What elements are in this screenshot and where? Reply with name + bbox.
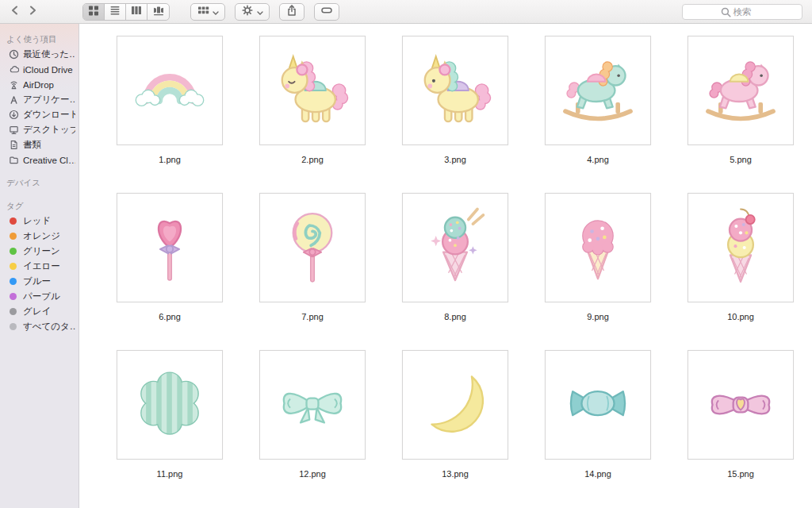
sidebar-item-documents[interactable]: 書類 bbox=[0, 137, 79, 152]
file-thumbnail-rocking-horse-pink[interactable] bbox=[688, 36, 794, 145]
sidebar-tag-item[interactable]: オレンジ bbox=[0, 229, 79, 244]
view-switcher bbox=[82, 3, 170, 21]
file-name[interactable]: 2.png bbox=[301, 155, 324, 164]
column-view-button[interactable] bbox=[126, 4, 147, 20]
file-thumbnail-striped-flower[interactable] bbox=[117, 350, 223, 460]
sidebar-item-label: レッド bbox=[23, 215, 51, 227]
icon-view-button[interactable] bbox=[83, 4, 105, 20]
file-item[interactable]: 8.png bbox=[384, 193, 527, 350]
sidebar-item-label: AirDrop bbox=[23, 80, 54, 90]
sidebar-tag-item[interactable]: ブルー bbox=[0, 274, 79, 289]
file-name[interactable]: 6.png bbox=[159, 312, 181, 321]
tag-icon bbox=[320, 4, 333, 19]
sidebar-tag-item[interactable]: レッド bbox=[0, 214, 79, 229]
sidebar-section-title: よく使う項目 bbox=[0, 30, 79, 47]
file-name[interactable]: 14.png bbox=[584, 469, 611, 479]
file-name[interactable]: 3.png bbox=[444, 155, 466, 164]
sidebar-section-title: デバイス bbox=[0, 174, 79, 190]
sidebar-tag-item[interactable]: グレイ bbox=[0, 304, 79, 319]
sidebar-item-icloud[interactable]: iCloud Drive bbox=[0, 62, 79, 77]
file-thumbnail-rainbow[interactable] bbox=[117, 36, 223, 145]
tag-color-dot-icon bbox=[10, 278, 17, 285]
file-name[interactable]: 15.png bbox=[727, 469, 754, 479]
sidebar-item-applications[interactable]: アプリケー… bbox=[0, 92, 79, 107]
file-item[interactable]: 3.png bbox=[384, 36, 527, 193]
sidebar-item-downloads[interactable]: ダウンロード bbox=[0, 107, 79, 122]
file-name[interactable]: 7.png bbox=[301, 312, 324, 321]
sidebar-tag-item[interactable]: すべてのタ… bbox=[0, 319, 79, 334]
coverflow-view-icon bbox=[152, 4, 165, 19]
file-name[interactable]: 13.png bbox=[442, 469, 469, 479]
file-item[interactable]: 6.png bbox=[98, 193, 241, 350]
file-name[interactable]: 12.png bbox=[299, 469, 326, 479]
applications-icon bbox=[8, 94, 19, 106]
caret-down-icon bbox=[257, 6, 263, 17]
file-thumbnail-icecream-double[interactable] bbox=[402, 193, 508, 302]
file-item[interactable]: 13.png bbox=[384, 350, 527, 507]
chevron-right-icon bbox=[26, 4, 39, 19]
file-thumbnail-icecream-pink[interactable] bbox=[545, 193, 651, 302]
coverflow-view-button[interactable] bbox=[147, 4, 169, 20]
file-item[interactable]: 5.png bbox=[669, 36, 812, 193]
sidebar-tag-item[interactable]: イエロー bbox=[0, 259, 79, 274]
sidebar-item-label: 最近使った… bbox=[23, 48, 75, 60]
downloads-icon bbox=[8, 110, 19, 121]
file-item[interactable]: 14.png bbox=[527, 350, 669, 507]
tag-color-dot-icon bbox=[10, 263, 17, 270]
sidebar-item-folder[interactable]: Creative Cl… bbox=[0, 152, 79, 167]
sidebar-item-label: ダウンロード bbox=[23, 109, 75, 121]
sidebar-tag-item[interactable]: グリーン bbox=[0, 244, 79, 259]
share-icon bbox=[285, 4, 298, 19]
tag-color-dot-icon bbox=[10, 308, 17, 315]
action-menu-button[interactable] bbox=[235, 3, 270, 21]
back-button[interactable] bbox=[6, 3, 24, 21]
file-thumbnail-unicorn-teal[interactable] bbox=[402, 36, 508, 145]
file-item[interactable]: 12.png bbox=[241, 350, 384, 507]
sidebar-item-label: Creative Cl… bbox=[23, 156, 75, 165]
group-button[interactable] bbox=[190, 3, 225, 21]
tag-color-dot-icon bbox=[10, 323, 17, 330]
sidebar-item-label: グリーン bbox=[23, 245, 60, 257]
search-field[interactable] bbox=[682, 4, 802, 20]
forward-button[interactable] bbox=[24, 3, 41, 21]
tag-color-dot-icon bbox=[10, 233, 17, 240]
file-name[interactable]: 8.png bbox=[444, 312, 466, 321]
file-item[interactable]: 10.png bbox=[669, 193, 812, 350]
share-button[interactable] bbox=[279, 3, 304, 21]
search-input[interactable] bbox=[683, 5, 802, 19]
file-thumbnail-heart-lollipop[interactable] bbox=[117, 193, 223, 302]
sidebar-item-label: イエロー bbox=[23, 260, 60, 272]
file-item[interactable]: 4.png bbox=[527, 36, 669, 193]
sidebar-tag-item[interactable]: パープル bbox=[0, 289, 79, 304]
file-item[interactable]: 1.png bbox=[98, 36, 241, 193]
file-item[interactable]: 7.png bbox=[241, 193, 384, 350]
file-item[interactable]: 9.png bbox=[527, 193, 669, 350]
file-thumbnail-candy[interactable] bbox=[545, 350, 651, 460]
file-name[interactable]: 1.png bbox=[159, 155, 181, 164]
file-thumbnail-moon[interactable] bbox=[402, 350, 508, 460]
file-thumbnail-bow-pink[interactable] bbox=[688, 350, 794, 460]
window-body: よく使う項目最近使った…iCloud DriveAirDropアプリケー…ダウン… bbox=[0, 24, 812, 508]
sidebar-item-airdrop[interactable]: AirDrop bbox=[0, 77, 79, 92]
list-view-button[interactable] bbox=[105, 4, 126, 20]
sidebar-item-desktop[interactable]: デスクトップ bbox=[0, 122, 79, 137]
file-item[interactable]: 15.png bbox=[669, 350, 812, 507]
caret-down-icon bbox=[213, 6, 219, 17]
file-thumbnail-unicorn-pink[interactable] bbox=[259, 36, 366, 145]
tag-button[interactable] bbox=[314, 3, 339, 21]
file-thumbnail-rocking-horse-teal[interactable] bbox=[545, 36, 651, 145]
file-name[interactable]: 11.png bbox=[157, 469, 183, 479]
file-item[interactable]: 11.png bbox=[98, 350, 241, 507]
file-thumbnail-swirl-lollipop[interactable] bbox=[259, 193, 366, 302]
file-item[interactable]: 2.png bbox=[241, 36, 384, 193]
sidebar-section: デバイス bbox=[0, 174, 79, 190]
file-name[interactable]: 5.png bbox=[730, 155, 752, 164]
documents-icon bbox=[8, 140, 19, 151]
file-name[interactable]: 4.png bbox=[587, 155, 609, 164]
file-thumbnail-icecream-cherry[interactable] bbox=[688, 193, 794, 302]
content-area: 1.png2.png3.png4.png5.png6.png7.png8.png… bbox=[79, 24, 812, 508]
file-thumbnail-bow-mint[interactable] bbox=[259, 350, 366, 460]
file-name[interactable]: 9.png bbox=[587, 312, 609, 321]
sidebar-item-recents[interactable]: 最近使った… bbox=[0, 47, 79, 62]
file-name[interactable]: 10.png bbox=[727, 312, 754, 321]
